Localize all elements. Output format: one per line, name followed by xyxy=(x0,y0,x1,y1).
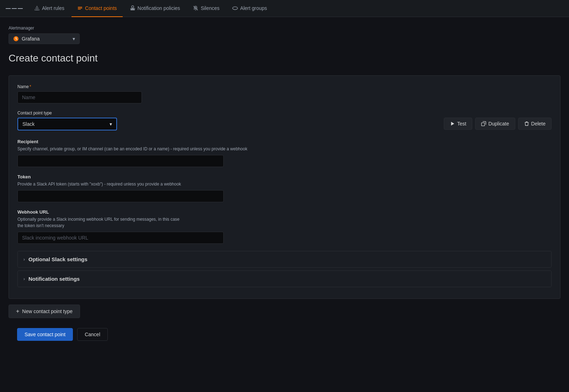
notification-settings-label: Notification settings xyxy=(28,276,80,282)
alert-groups-icon xyxy=(232,5,238,11)
contact-points-icon xyxy=(77,5,83,11)
recipient-field: Recipient Specify channel, private group… xyxy=(17,139,552,167)
notification-settings-toggle[interactable]: › Notification settings xyxy=(18,271,551,287)
duplicate-icon xyxy=(481,121,486,126)
webhook-url-title: Webhook URL xyxy=(17,209,552,215)
notification-policies-icon xyxy=(130,5,135,11)
contact-point-type-dropdown[interactable]: Slack ▾ xyxy=(17,118,117,130)
name-input[interactable] xyxy=(17,91,142,103)
duplicate-button[interactable]: Duplicate xyxy=(475,118,515,130)
new-contact-point-type-label: New contact point type xyxy=(22,308,73,314)
test-button[interactable]: Test xyxy=(444,118,472,130)
optional-slack-chevron-icon: › xyxy=(23,257,25,262)
alert-rules-icon xyxy=(34,5,40,11)
nav-tab-silences[interactable]: Silences xyxy=(187,0,225,17)
alertmanager-dropdown[interactable]: Grafana ▾ xyxy=(9,33,80,44)
top-navigation: Alert rules Contact points Notification … xyxy=(0,0,569,17)
optional-slack-settings-toggle[interactable]: › Optional Slack settings xyxy=(18,251,551,267)
token-title: Token xyxy=(17,174,552,179)
optional-slack-settings-section: › Optional Slack settings xyxy=(17,251,552,268)
name-label: Name* xyxy=(17,84,552,89)
recipient-description: Specify channel, private group, or IM ch… xyxy=(17,146,552,152)
bottom-action-bar: Save contact point Cancel xyxy=(9,321,560,348)
contact-point-type-label: Contact point type xyxy=(17,111,444,116)
page-title: Create contact point xyxy=(9,53,560,64)
slack-fields: Recipient Specify channel, private group… xyxy=(17,139,552,244)
contact-point-form-card: Name* Contact point type Slack ▾ Test xyxy=(9,75,560,299)
nav-tab-notification-policies[interactable]: Notification policies xyxy=(124,0,186,17)
notification-settings-section: › Notification settings xyxy=(17,270,552,287)
save-contact-point-button[interactable]: Save contact point xyxy=(17,328,73,341)
contact-point-type-left: Contact point type Slack ▾ xyxy=(17,111,444,130)
alertmanager-label: Alertmanager xyxy=(9,26,560,31)
delete-button[interactable]: Delete xyxy=(518,118,552,130)
new-contact-point-type-plus-icon: + xyxy=(16,308,19,315)
silences-icon xyxy=(193,5,198,11)
alertmanager-selected-value: Grafana xyxy=(22,36,70,42)
menu-icon[interactable] xyxy=(6,7,23,10)
token-field: Token Provide a Slack API token (starts … xyxy=(17,174,552,202)
svg-rect-7 xyxy=(482,123,485,126)
type-select-chevron-icon: ▾ xyxy=(110,121,112,127)
delete-icon xyxy=(524,121,529,126)
alertmanager-chevron-icon: ▾ xyxy=(73,36,75,42)
webhook-url-description: Optionally provide a Slack incoming webh… xyxy=(17,216,552,229)
nav-tab-contact-points[interactable]: Contact points xyxy=(71,0,123,17)
webhook-url-field: Webhook URL Optionally provide a Slack i… xyxy=(17,209,552,244)
webhook-url-input[interactable] xyxy=(17,232,224,244)
main-content: Alertmanager Grafana ▾ Create contact po… xyxy=(0,17,569,356)
new-contact-point-type-button[interactable]: + New contact point type xyxy=(9,305,80,318)
alertmanager-section: Alertmanager Grafana ▾ xyxy=(9,26,560,44)
name-field-group: Name* xyxy=(17,84,552,103)
nav-tab-alert-groups[interactable]: Alert groups xyxy=(227,0,272,17)
optional-slack-settings-label: Optional Slack settings xyxy=(28,256,87,262)
nav-tab-alert-rules[interactable]: Alert rules xyxy=(28,0,70,17)
grafana-logo-icon xyxy=(13,36,19,42)
cancel-button[interactable]: Cancel xyxy=(77,328,108,341)
recipient-title: Recipient xyxy=(17,139,552,144)
card-action-buttons: Test Duplicate Delete xyxy=(444,111,552,130)
test-icon xyxy=(450,121,455,126)
token-input[interactable] xyxy=(17,190,224,202)
contact-point-type-row: Contact point type Slack ▾ Test xyxy=(17,111,552,130)
contact-point-type-value: Slack xyxy=(22,121,34,127)
svg-point-0 xyxy=(132,6,134,8)
svg-marker-6 xyxy=(451,122,454,126)
token-description: Provide a Slack API token (starts with "… xyxy=(17,181,552,187)
notification-settings-chevron-icon: › xyxy=(23,276,25,281)
recipient-input[interactable] xyxy=(17,155,224,167)
